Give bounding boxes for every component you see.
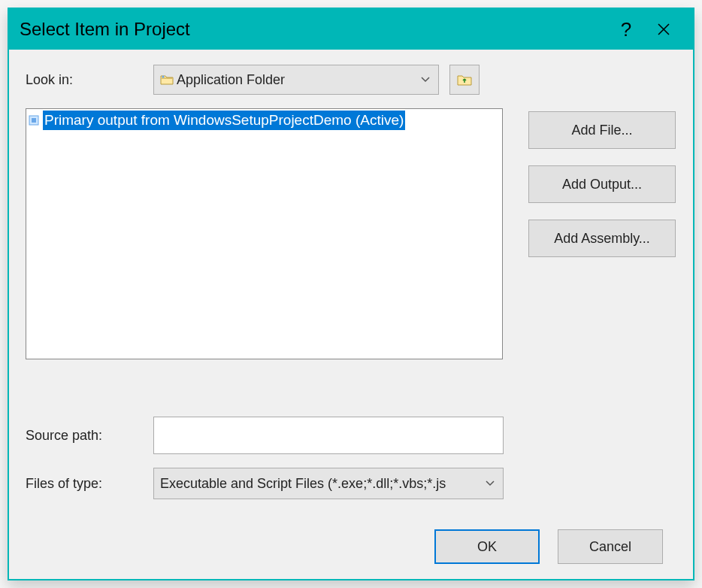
add-output-button[interactable]: Add Output... bbox=[528, 165, 676, 203]
source-path-row: Source path: bbox=[26, 417, 676, 454]
look-in-value: Application Folder bbox=[177, 72, 285, 88]
source-path-label: Source path: bbox=[26, 428, 153, 444]
close-button[interactable] bbox=[645, 14, 682, 44]
titlebar: Select Item in Project ? bbox=[9, 9, 693, 50]
folder-up-icon bbox=[457, 73, 472, 86]
chevron-down-icon bbox=[420, 76, 431, 83]
list-item-text: Primary output from WindowsSetupProjectD… bbox=[43, 111, 405, 130]
folder-icon bbox=[160, 74, 174, 86]
cancel-button[interactable]: Cancel bbox=[558, 529, 663, 564]
dialog-body: Look in: Application Folder bbox=[9, 50, 693, 579]
chevron-down-icon bbox=[485, 480, 495, 487]
files-of-type-combo[interactable]: Executable and Script Files (*.exe;*.dll… bbox=[153, 468, 504, 499]
ok-button[interactable]: OK bbox=[434, 529, 540, 564]
svg-point-2 bbox=[162, 76, 165, 78]
dialog-title: Select Item in Project bbox=[20, 19, 607, 40]
files-of-type-row: Files of type: Executable and Script Fil… bbox=[26, 468, 676, 499]
look-in-label: Look in: bbox=[26, 72, 153, 88]
look-in-combo[interactable]: Application Folder bbox=[153, 65, 439, 95]
help-button[interactable]: ? bbox=[607, 14, 645, 44]
svg-rect-4 bbox=[32, 118, 36, 123]
up-one-level-button[interactable] bbox=[449, 65, 480, 95]
output-icon bbox=[28, 114, 40, 126]
item-listbox[interactable]: Primary output from WindowsSetupProjectD… bbox=[26, 108, 503, 359]
source-path-input[interactable] bbox=[153, 417, 504, 454]
list-item[interactable]: Primary output from WindowsSetupProjectD… bbox=[28, 111, 501, 130]
footer-buttons: OK Cancel bbox=[26, 529, 676, 564]
add-file-button[interactable]: Add File... bbox=[528, 111, 676, 149]
look-in-row: Look in: Application Folder bbox=[26, 65, 676, 95]
middle-area: Primary output from WindowsSetupProjectD… bbox=[26, 108, 676, 399]
files-of-type-label: Files of type: bbox=[26, 476, 153, 492]
dialog-window: Select Item in Project ? Look in: Applic… bbox=[8, 8, 694, 580]
files-of-type-value: Executable and Script Files (*.exe;*.dll… bbox=[160, 476, 446, 492]
close-icon bbox=[657, 23, 670, 36]
side-buttons: Add File... Add Output... Add Assembly..… bbox=[528, 108, 676, 399]
add-assembly-button[interactable]: Add Assembly... bbox=[528, 220, 676, 257]
